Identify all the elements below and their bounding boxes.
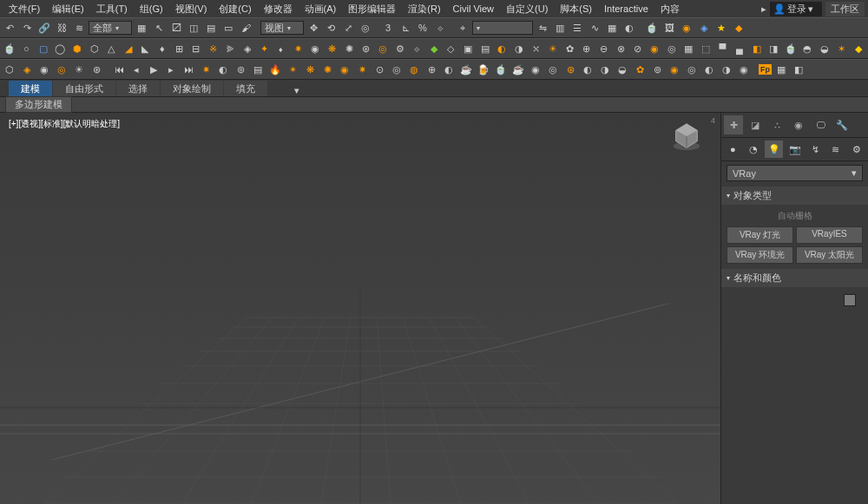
misc-q-icon[interactable]: ◑ — [511, 41, 527, 56]
t3-i-icon[interactable]: ⊙ — [372, 62, 387, 77]
tab-freeform[interactable]: 自由形式 — [53, 81, 115, 96]
menu-animation[interactable]: 动画(A) — [299, 1, 342, 17]
move-icon[interactable]: ✥ — [306, 20, 321, 36]
renderer-dropdown[interactable]: VRay ▾ — [727, 165, 863, 181]
t3-l-icon[interactable]: ⊕ — [424, 62, 439, 77]
ext-h-icon[interactable]: ◓ — [799, 41, 815, 56]
misc-s-icon[interactable]: ☀ — [545, 41, 561, 56]
fire-a-icon[interactable]: 🔥 — [267, 62, 283, 77]
vray-sun-button[interactable]: VRay 太阳光 — [796, 246, 863, 264]
orb-f-icon[interactable]: ◒ — [615, 62, 630, 77]
prev-frame-icon[interactable]: ◂ — [128, 62, 144, 77]
select-by-name-icon[interactable]: ▤ — [203, 20, 219, 36]
misc-o-icon[interactable]: ▤ — [477, 41, 493, 56]
misc-e-icon[interactable]: ◉ — [307, 41, 323, 56]
ext-e-icon[interactable]: ◧ — [749, 41, 765, 56]
filter-icon[interactable]: ▦ — [134, 20, 149, 36]
camera-icon[interactable]: ⊞ — [172, 41, 187, 56]
misc-j-icon[interactable]: ⚙ — [392, 41, 408, 56]
misc-y-icon[interactable]: ◉ — [647, 41, 662, 56]
display-tab-icon[interactable]: 🖵 — [811, 115, 830, 134]
menu-content[interactable]: 内容 — [655, 1, 685, 17]
menu-view[interactable]: 视图(V) — [170, 1, 213, 17]
create-tab-icon[interactable]: ✚ — [724, 115, 743, 134]
misc-i-icon[interactable]: ◎ — [375, 41, 391, 56]
fire-f-icon[interactable]: ✷ — [354, 62, 370, 77]
t3-e-icon[interactable]: ☀ — [71, 62, 87, 77]
login-box[interactable]: 👤 登录 ▾ — [770, 2, 822, 16]
box-icon[interactable]: ▢ — [36, 41, 51, 56]
curve-editor-icon[interactable]: ∿ — [587, 20, 602, 36]
menu-tools[interactable]: 工具(T) — [91, 1, 133, 17]
menu-create[interactable]: 创建(C) — [214, 1, 256, 17]
vray-b-icon[interactable]: ★ — [713, 20, 729, 36]
window-icon[interactable]: ◫ — [186, 20, 201, 36]
spacewarps-icon[interactable]: ≋ — [827, 141, 845, 158]
systems-icon2[interactable]: ⚙ — [847, 141, 865, 158]
rotate-icon[interactable]: ⟲ — [323, 20, 339, 36]
named-set-dropdown[interactable]: ▾ — [472, 21, 533, 35]
modify-tab-icon[interactable]: ◪ — [746, 115, 765, 134]
fire-b-icon[interactable]: ✴ — [285, 62, 300, 77]
t3-h-icon[interactable]: ▤ — [250, 62, 266, 77]
drink-a-icon[interactable]: ☕ — [458, 62, 474, 77]
scale-icon[interactable]: ⤢ — [340, 20, 356, 36]
drink-b-icon[interactable]: 🍺 — [476, 62, 491, 77]
fp-badge[interactable]: Fp — [759, 64, 772, 75]
misc-a-icon[interactable]: ◈ — [240, 41, 255, 56]
placement-icon[interactable]: ◎ — [358, 20, 373, 36]
t3-j-icon[interactable]: ◎ — [389, 62, 404, 77]
utilities-tab-icon[interactable]: 🔧 — [832, 115, 852, 134]
helpers-icon[interactable]: ↯ — [806, 141, 825, 158]
geometry-icon[interactable]: ● — [724, 141, 742, 158]
link-icon[interactable]: 🔗 — [36, 20, 52, 36]
end-b-icon[interactable]: ◧ — [791, 62, 806, 77]
drink-d-icon[interactable]: ☕ — [510, 62, 526, 77]
undo-icon[interactable]: ↶ — [2, 20, 17, 36]
helper-icon[interactable]: ⊟ — [188, 41, 204, 56]
hierarchy-tab-icon[interactable]: ⛬ — [767, 115, 786, 134]
misc-r-icon[interactable]: ⤬ — [528, 41, 543, 56]
shapes-icon[interactable]: ◔ — [745, 141, 763, 158]
misc-l-icon[interactable]: ◆ — [426, 41, 442, 56]
orb-e-icon[interactable]: ◑ — [597, 62, 613, 77]
misc-d-icon[interactable]: ✷ — [291, 41, 306, 56]
snap-3-icon[interactable]: 3 — [380, 20, 396, 36]
systems-icon[interactable]: ⫸ — [222, 41, 238, 56]
misc-n-icon[interactable]: ▣ — [460, 41, 476, 56]
snap-percent-icon[interactable]: % — [415, 20, 431, 36]
unlink-icon[interactable]: ⛓ — [54, 20, 69, 36]
misc-z-icon[interactable]: ◎ — [664, 41, 680, 56]
misc-x-icon[interactable]: ⊘ — [630, 41, 646, 56]
material-icon[interactable]: ◐ — [621, 20, 637, 36]
misc-m-icon[interactable]: ◇ — [444, 41, 459, 56]
object-type-header[interactable]: ▾ 对象类型 — [721, 187, 868, 205]
orb-c-icon[interactable]: ⊛ — [562, 62, 578, 77]
name-color-header[interactable]: ▾ 名称和颜色 — [721, 269, 868, 287]
misc-c-icon[interactable]: ⬧ — [273, 41, 289, 56]
orb-d-icon[interactable]: ◐ — [580, 62, 595, 77]
goto-start-icon[interactable]: ⏮ — [111, 62, 127, 77]
orb-g-icon[interactable]: ✿ — [632, 62, 648, 77]
torus-icon[interactable]: ◯ — [53, 41, 69, 56]
misc-w-icon[interactable]: ⊗ — [613, 41, 628, 56]
cursor-icon[interactable]: ↖ — [151, 20, 167, 36]
t3-m-icon[interactable]: ◐ — [441, 62, 457, 77]
mirror-icon[interactable]: ⇋ — [535, 20, 550, 36]
misc-u-icon[interactable]: ⊕ — [579, 41, 595, 56]
menu-interactive[interactable]: Interactive — [599, 2, 654, 16]
ext-j-icon[interactable]: ✶ — [834, 41, 850, 56]
orb-k-icon[interactable]: ◐ — [701, 62, 717, 77]
menu-file[interactable]: 文件(F) — [3, 1, 45, 17]
misc-v-icon[interactable]: ⊖ — [596, 41, 612, 56]
ext-k-icon[interactable]: ◆ — [851, 41, 866, 56]
orb-i-icon[interactable]: ◉ — [667, 62, 682, 77]
t3-c-icon[interactable]: ◉ — [36, 62, 52, 77]
orb-b-icon[interactable]: ◎ — [545, 62, 561, 77]
key-mode-icon[interactable]: ✷ — [198, 62, 214, 77]
time-config-icon[interactable]: ◐ — [215, 62, 231, 77]
menu-script[interactable]: 脚本(S) — [555, 1, 597, 17]
vray-ies-button[interactable]: VRayIES — [796, 226, 863, 244]
ext-a-icon[interactable]: ▦ — [681, 41, 697, 56]
create-e-icon[interactable]: ◣ — [138, 41, 154, 56]
